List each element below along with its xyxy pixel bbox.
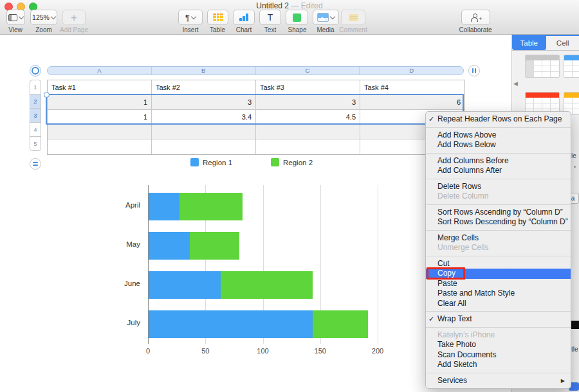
category-label-april: April (112, 201, 140, 209)
insert-button[interactable]: ¶ (178, 10, 203, 25)
column-header-b[interactable]: B (152, 67, 256, 75)
bar-april[interactable] (149, 193, 243, 220)
menu-item-label: Delete Column (437, 192, 488, 200)
menu-item-scan-documents[interactable]: Scan Documents (426, 350, 571, 361)
style-thumbnail-blue-style[interactable] (564, 55, 579, 78)
chart-label: Chart (236, 26, 252, 33)
x-tick-label: 200 (372, 347, 383, 355)
chevron-down-icon (51, 13, 56, 19)
menu-item-merge-cells[interactable]: Merge Cells (426, 233, 571, 244)
column-header-c[interactable]: C (256, 67, 360, 75)
collaborate-button[interactable]: + (461, 10, 490, 25)
table-cell[interactable] (152, 125, 256, 139)
menu-item-cut[interactable]: Cut (426, 259, 571, 269)
column-letter-bar[interactable]: ABCD (47, 66, 464, 75)
zoom-value: 125% (32, 13, 50, 21)
chevron-down-icon (19, 13, 24, 19)
table-label: Table (210, 26, 225, 33)
menu-item-delete-rows[interactable]: Delete Rows (426, 182, 571, 192)
segment-region-1 (149, 310, 313, 338)
row-header-2[interactable]: 2 (30, 94, 41, 109)
column-header-a[interactable]: A (48, 67, 152, 75)
insert-label: Insert (182, 26, 198, 33)
table-cell[interactable] (48, 139, 152, 154)
table-row (48, 139, 464, 154)
menu-item-label: Add Rows Above (437, 130, 496, 139)
menu-item-repeat-header-rows-on-each-page[interactable]: ✓Repeat Header Rows on Each Page (426, 114, 571, 125)
table-select-handle[interactable] (30, 65, 41, 76)
menu-item-paste[interactable]: Paste (426, 279, 571, 289)
segment-region-2 (221, 271, 313, 299)
category-label-may: May (112, 240, 140, 248)
table-cell[interactable]: Task #1 (48, 80, 152, 95)
row-header-5[interactable]: 5 (30, 136, 41, 151)
menu-item-sort-rows-descending-by-column-d[interactable]: Sort Rows Descending by “Column D” (426, 217, 571, 227)
tab-cell[interactable]: Cell (546, 36, 579, 50)
media-button[interactable] (313, 10, 339, 25)
color-well-fragment (571, 321, 579, 329)
bar-july[interactable] (149, 310, 368, 338)
table-cell[interactable] (152, 139, 256, 154)
thumbnail-header (564, 93, 579, 98)
column-header-d[interactable]: D (360, 67, 463, 75)
menu-item-copy[interactable]: Copy (426, 269, 571, 279)
menu-item-take-photo[interactable]: Take Photo (426, 340, 571, 350)
menu-item-delete-column: Delete Column (426, 192, 571, 202)
menu-item-add-rows-below[interactable]: Add Rows Below (426, 140, 571, 150)
menu-item-sort-rows-ascending-by-column-d[interactable]: Sort Rows Ascending by “Column D” (426, 208, 571, 218)
tab-table[interactable]: Table (512, 36, 546, 50)
table-cell[interactable]: Task #4 (360, 80, 464, 95)
menu-item-clear-all[interactable]: Clear All (426, 299, 571, 309)
add-page-button: + (62, 10, 86, 25)
menu-item-add-rows-above[interactable]: Add Rows Above (426, 130, 571, 141)
legend-item-region1[interactable]: Region 1 (190, 158, 232, 166)
table-button[interactable] (207, 10, 228, 25)
zoom-button[interactable]: 125% (30, 10, 57, 25)
row-header-1[interactable]: 1 (30, 80, 41, 94)
menu-separator (426, 127, 571, 128)
legend-item-region2[interactable]: Region 2 (271, 158, 313, 166)
comment-icon (349, 14, 358, 21)
menu-item-add-sketch[interactable]: Add Sketch (426, 360, 571, 370)
menu-separator (426, 179, 571, 179)
menu-separator (426, 153, 571, 154)
shape-button[interactable] (286, 10, 308, 25)
add-column-handle[interactable] (468, 65, 480, 76)
row-number-bar[interactable]: 12345 (30, 80, 41, 151)
table-cell[interactable] (48, 125, 152, 139)
row-header-4[interactable]: 4 (30, 122, 41, 137)
chevron-down-icon (191, 13, 196, 19)
pages-window: Untitled 2 — Edited View 125% Zoom + Add… (0, 0, 579, 392)
thumbnail-header (526, 55, 559, 60)
text-button[interactable]: T (259, 10, 281, 25)
chevron-down-icon (330, 13, 335, 19)
table-cell[interactable]: Task #3 (256, 80, 360, 95)
add-row-handle[interactable] (30, 158, 41, 170)
menu-item-paste-and-match-style[interactable]: Paste and Match Style (426, 289, 571, 299)
menu-item-add-columns-before[interactable]: Add Columns Before (426, 156, 571, 166)
shape-icon (293, 13, 301, 22)
bar-june[interactable] (149, 271, 313, 299)
context-menu: ✓Repeat Header Rows on Each PageAdd Rows… (425, 111, 571, 389)
row-header-3[interactable]: 3 (30, 108, 41, 123)
style-thumbnail-gray-style[interactable] (525, 55, 560, 78)
chart-icon (239, 13, 248, 21)
menu-item-add-columns-after[interactable]: Add Columns After (426, 166, 571, 176)
inspector-tabs: Table Cell (512, 36, 579, 51)
menu-item-label: Copy (437, 269, 455, 278)
segment-region-2 (313, 310, 368, 338)
view-button[interactable] (6, 10, 25, 25)
menu-item-services[interactable]: Services▶ (426, 376, 571, 386)
table-cell[interactable] (256, 139, 360, 154)
table-cell[interactable] (256, 125, 360, 139)
bar-may[interactable] (149, 232, 239, 260)
menu-separator (426, 311, 571, 312)
comment-label: Comment (339, 26, 367, 33)
chart-button[interactable] (233, 10, 255, 25)
stacked-bar-chart[interactable]: 050100150200AprilMayJuneJuly (148, 185, 378, 344)
menu-item-wrap-text[interactable]: ✓Wrap Text (426, 314, 571, 325)
legend-label: Region 1 (203, 159, 232, 166)
table-cell[interactable]: Task #2 (152, 80, 256, 95)
previous-styles-arrow-icon[interactable]: ◀ (513, 80, 518, 87)
checkmark-icon: ✓ (428, 314, 434, 325)
